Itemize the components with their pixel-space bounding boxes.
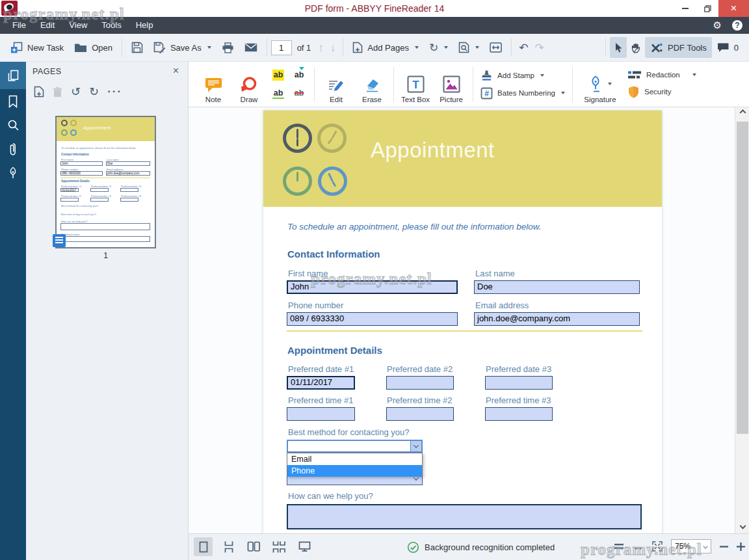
comments-button[interactable]: 0 [712, 37, 744, 58]
email-button[interactable] [239, 37, 263, 58]
fit-page-button[interactable] [484, 37, 507, 58]
date2-field[interactable] [386, 376, 454, 390]
close-button[interactable] [718, 0, 749, 17]
add-page-icon[interactable] [34, 86, 44, 98]
security-button[interactable]: Security [627, 85, 696, 99]
page-number-input[interactable]: 1 [271, 40, 292, 55]
delete-page-icon[interactable] [53, 87, 62, 98]
time1-field[interactable] [287, 407, 355, 421]
time2-field[interactable] [386, 407, 454, 421]
single-page-view-button[interactable] [194, 537, 213, 556]
text-box-tool[interactable]: T Text Box [401, 66, 430, 103]
fit-screen-icon[interactable] [652, 541, 663, 552]
last-name-field[interactable]: Doe [474, 280, 640, 294]
date3-field[interactable] [485, 376, 553, 390]
add-stamp-button[interactable]: Add Stamp [480, 70, 565, 82]
zoom-in-icon[interactable] [737, 542, 745, 551]
pages-panel-close-icon[interactable] [173, 65, 179, 77]
picture-tool[interactable]: Picture [437, 66, 466, 103]
continuous-view-button[interactable] [219, 537, 238, 556]
phone-field[interactable]: 089 / 6933330 [287, 312, 458, 326]
time3-label: Preferred time #3 [486, 395, 551, 405]
rotate-left-icon[interactable]: ↺ [71, 86, 81, 98]
erase-tool[interactable]: Erase [358, 66, 386, 103]
new-task-button[interactable]: New Task [5, 37, 69, 58]
pdf-page: Appointment To schedule an appointment, … [263, 111, 662, 533]
rail-bookmarks-button[interactable] [0, 89, 26, 113]
fit-width-icon[interactable]: ↔ [632, 540, 644, 552]
rotate-button[interactable]: ↻ [424, 37, 453, 58]
zoom-level-select[interactable]: 75% [671, 539, 711, 553]
save-as-button[interactable]: Save As [148, 37, 217, 58]
zoom-out-icon[interactable] [720, 542, 728, 551]
facing-pages-view-button[interactable] [244, 537, 263, 556]
time3-field[interactable] [485, 407, 553, 421]
redaction-dropdown-arrow[interactable] [692, 73, 696, 76]
page-preview-button[interactable] [453, 37, 484, 58]
scroll-up-button[interactable] [735, 107, 749, 119]
hand-tool-button[interactable] [627, 37, 645, 58]
strikethrough-tool[interactable]: ab [293, 88, 306, 99]
rail-attachments-button[interactable] [0, 137, 26, 161]
combobox-dropdown-button[interactable] [410, 441, 421, 451]
bates-dropdown-arrow[interactable] [561, 92, 565, 94]
edit-tool[interactable]: Edit [322, 66, 350, 103]
more-options-icon[interactable]: ··· [107, 85, 122, 98]
underline-tool[interactable]: ab [272, 88, 285, 100]
highlight-tool[interactable]: ab [272, 70, 285, 81]
note-tool[interactable]: Note [199, 66, 228, 103]
signature-dropdown-arrow[interactable] [608, 83, 612, 85]
open-button[interactable]: Open [69, 37, 118, 58]
signature-tool[interactable]: Signature [580, 66, 620, 103]
restore-button[interactable] [696, 0, 718, 17]
page-preview-dropdown-arrow[interactable] [475, 46, 479, 49]
presentation-view-button[interactable] [295, 537, 314, 556]
menu-tools[interactable]: Tools [94, 17, 128, 34]
draw-tool[interactable]: Draw [235, 66, 263, 103]
fit-height-icon[interactable] [614, 543, 624, 550]
add-stamp-dropdown-arrow[interactable] [540, 74, 544, 77]
menu-view[interactable]: View [62, 17, 94, 34]
dropdown-option-email[interactable]: Email [287, 453, 422, 465]
redo-button[interactable]: ↷ [531, 37, 547, 58]
help-icon[interactable] [732, 20, 742, 31]
dropdown-option-phone[interactable]: Phone [287, 465, 422, 477]
next-page-button[interactable]: ↓ [327, 37, 339, 58]
first-name-field[interactable]: John [287, 280, 458, 294]
stamp-icon [480, 70, 493, 82]
menu-edit[interactable]: Edit [33, 17, 62, 34]
rotate-dropdown-arrow[interactable] [444, 46, 448, 49]
facing-continuous-view-button[interactable] [270, 537, 289, 556]
pdf-tools-button[interactable]: PDF Tools [645, 37, 712, 58]
save-as-dropdown-arrow[interactable] [207, 46, 211, 49]
scroll-down-button[interactable] [735, 522, 749, 533]
page-thumbnail[interactable]: Appointment To schedule an appointment, … [55, 116, 156, 248]
contact-method-combobox[interactable] [287, 440, 423, 453]
how-help-textarea[interactable] [287, 504, 642, 529]
rail-pages-button[interactable] [0, 62, 26, 89]
save-button[interactable] [126, 37, 148, 58]
minimize-button[interactable] [674, 0, 696, 17]
add-pages-dropdown-arrow[interactable] [415, 46, 419, 49]
menu-file[interactable]: File [5, 17, 33, 34]
previous-page-button[interactable]: ↑ [315, 37, 327, 58]
phone-label: Phone number [288, 300, 343, 310]
date1-field[interactable]: 01/11/2017 [287, 376, 355, 390]
select-tool-button[interactable] [610, 37, 627, 58]
rail-signature-button[interactable] [0, 161, 26, 185]
vertical-scrollbar[interactable] [735, 107, 749, 533]
settings-gear-icon[interactable] [713, 20, 722, 31]
redaction-button[interactable]: Redaction [627, 70, 696, 80]
insert-text-tool[interactable]: ab [293, 70, 306, 81]
scrollbar-thumb[interactable] [737, 122, 748, 434]
email-field[interactable]: john.doe@company.com [474, 312, 640, 326]
contact-section-title: Contact Information [287, 248, 380, 260]
rail-search-button[interactable] [0, 113, 26, 137]
cursor-icon [614, 42, 623, 53]
add-pages-button[interactable]: Add Pages [347, 37, 424, 58]
bates-numbering-button[interactable]: # Bates Numbering [480, 87, 565, 100]
rotate-right-icon[interactable]: ↻ [89, 86, 99, 98]
undo-button[interactable]: ↶ [516, 37, 531, 58]
print-button[interactable] [217, 37, 239, 58]
menu-help[interactable]: Help [129, 17, 161, 34]
